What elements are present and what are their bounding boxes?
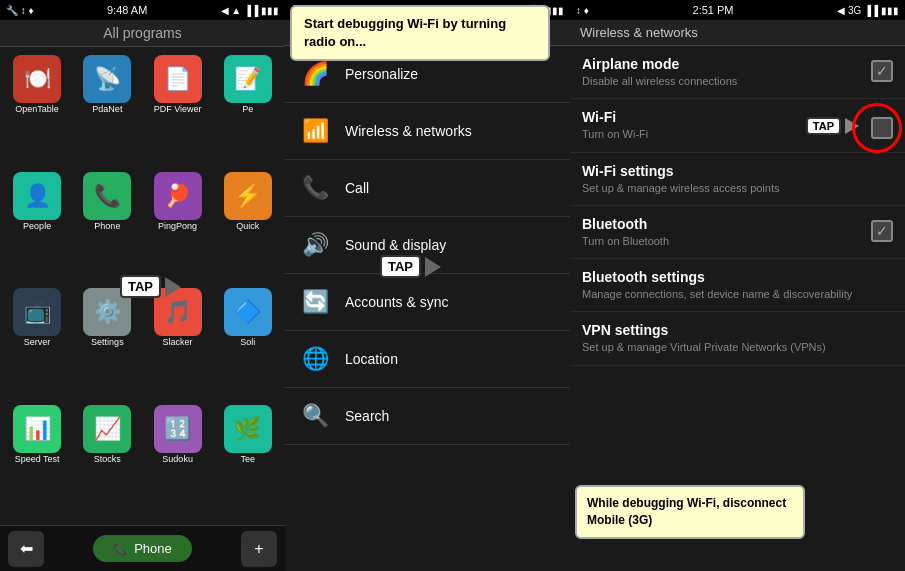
app-icon-people: 👤 bbox=[13, 172, 61, 220]
wireless-item-wifi[interactable]: Wi-Fi Turn on Wi-Fi TAP bbox=[570, 99, 905, 152]
status-icons-right-1: ◀ ▲ ▐▐ ▮▮▮ bbox=[221, 5, 279, 16]
app-soli[interactable]: 🔷 Soli bbox=[215, 288, 281, 401]
app-tee[interactable]: 🌿 Tee bbox=[215, 405, 281, 518]
app-label-phone: Phone bbox=[94, 222, 120, 232]
tap-arrow-1 bbox=[165, 277, 181, 297]
app-label-opentable: OpenTable bbox=[15, 105, 59, 115]
app-pingpong[interactable]: 🏓 PingPong bbox=[145, 172, 211, 285]
app-label-tee: Tee bbox=[241, 455, 256, 465]
app-phone[interactable]: 📞 Phone bbox=[74, 172, 140, 285]
wireless-item-vpn[interactable]: VPN settings Set up & manage Virtual Pri… bbox=[570, 312, 905, 365]
wireless-sub-vpn: Set up & manage Virtual Private Networks… bbox=[582, 340, 893, 354]
settings-label-accounts: Accounts & sync bbox=[345, 294, 449, 310]
wireless-text-bluetooth: Bluetooth Turn on Bluetooth bbox=[582, 216, 863, 248]
app-pe[interactable]: 📝 Pe bbox=[215, 55, 281, 168]
settings-label-search: Search bbox=[345, 408, 389, 424]
phone-icon: 📞 bbox=[113, 541, 129, 556]
settings-label-personalize: Personalize bbox=[345, 66, 418, 82]
wireless-title-bluetooth-settings: Bluetooth settings bbox=[582, 269, 893, 285]
wireless-sub-wifi-settings: Set up & manage wireless access points bbox=[582, 181, 893, 195]
settings-item-search[interactable]: 🔍 Search bbox=[285, 388, 570, 445]
wireless-text-vpn: VPN settings Set up & manage Virtual Pri… bbox=[582, 322, 893, 354]
add-button[interactable]: + bbox=[241, 531, 277, 567]
app-icon-pdanet: 📡 bbox=[83, 55, 131, 103]
wireless-sub-wifi: Turn on Wi-Fi bbox=[582, 127, 806, 141]
app-label-quick: Quick bbox=[236, 222, 259, 232]
app-speedtest[interactable]: 📊 Speed Test bbox=[4, 405, 70, 518]
app-stocks[interactable]: 📈 Stocks bbox=[74, 405, 140, 518]
all-programs-header: All programs bbox=[0, 20, 285, 47]
wireless-text-bluetooth-settings: Bluetooth settings Manage connections, s… bbox=[582, 269, 893, 301]
tap-arrow-2 bbox=[425, 257, 441, 277]
app-label-slacker: Slacker bbox=[163, 338, 193, 348]
bottom-bar-1: ⬅ 📞 Phone + bbox=[0, 525, 285, 571]
back-button[interactable]: ⬅ bbox=[8, 531, 44, 567]
settings-item-accounts[interactable]: 🔄 Accounts & sync bbox=[285, 274, 570, 331]
wireless-sub-bluetooth-settings: Manage connections, set device name & di… bbox=[582, 287, 893, 301]
settings-item-call[interactable]: 📞 Call bbox=[285, 160, 570, 217]
settings-icon-sound: 🔊 bbox=[297, 227, 333, 263]
wireless-sub-bluetooth: Turn on Bluetooth bbox=[582, 234, 863, 248]
app-icon-pingpong: 🏓 bbox=[154, 172, 202, 220]
app-pdf[interactable]: 📄 PDF Viewer bbox=[145, 55, 211, 168]
tap-annotation-wireless: TAP bbox=[380, 255, 441, 278]
wireless-item-bluetooth-settings[interactable]: Bluetooth settings Manage connections, s… bbox=[570, 259, 905, 312]
tap-label-wifi: TAP bbox=[806, 117, 841, 135]
app-icon-pdf: 📄 bbox=[154, 55, 202, 103]
app-icon-soli: 🔷 bbox=[224, 288, 272, 336]
panel-settings: 🔧 ↕ 2:5 ◀ ▲ ▐▐ ▮▮▮ Settings 🌈 Personaliz… bbox=[285, 0, 570, 571]
wireless-header: Wireless & networks bbox=[570, 20, 905, 46]
wireless-title-wifi-settings: Wi-Fi settings bbox=[582, 163, 893, 179]
app-label-pdf: PDF Viewer bbox=[154, 105, 202, 115]
wireless-text-wifi: Wi-Fi Turn on Wi-Fi bbox=[582, 109, 806, 141]
wireless-title-airplane: Airplane mode bbox=[582, 56, 863, 72]
status-icons-right-3: ◀ 3G ▐▐ ▮▮▮ bbox=[837, 5, 899, 16]
time-3: 2:51 PM bbox=[693, 4, 734, 16]
app-label-twonky: Server bbox=[24, 338, 51, 348]
app-slacker[interactable]: 🎵 Slacker bbox=[145, 288, 211, 401]
app-opentable[interactable]: 🍽️ OpenTable bbox=[4, 55, 70, 168]
wireless-item-bluetooth[interactable]: Bluetooth Turn on Bluetooth ✓ bbox=[570, 206, 905, 259]
app-twonky[interactable]: 📺 Server bbox=[4, 288, 70, 401]
app-icon-phone: 📞 bbox=[83, 172, 131, 220]
time-1: 9:48 AM bbox=[107, 4, 147, 16]
app-label-stocks: Stocks bbox=[94, 455, 121, 465]
status-icons-left-3: ↕ ♦ bbox=[576, 5, 589, 16]
checkbox-bluetooth[interactable]: ✓ bbox=[871, 220, 893, 242]
app-settings[interactable]: ⚙️ Settings bbox=[74, 288, 140, 401]
settings-icon-personalize: 🌈 bbox=[297, 56, 333, 92]
wireless-title-vpn: VPN settings bbox=[582, 322, 893, 338]
app-icon-stocks: 📈 bbox=[83, 405, 131, 453]
checkbox-airplane[interactable]: ✓ bbox=[871, 60, 893, 82]
app-label-pe: Pe bbox=[242, 105, 253, 115]
settings-label-call: Call bbox=[345, 180, 369, 196]
app-quick[interactable]: ⚡ Quick bbox=[215, 172, 281, 285]
status-bar-1: 🔧 ↕ ♦ 9:48 AM ◀ ▲ ▐▐ ▮▮▮ bbox=[0, 0, 285, 20]
settings-list: 🌈 Personalize 📶 Wireless & networks 📞 Ca… bbox=[285, 46, 570, 571]
settings-item-wireless[interactable]: 📶 Wireless & networks bbox=[285, 103, 570, 160]
wireless-item-wifi-settings[interactable]: Wi-Fi settings Set up & manage wireless … bbox=[570, 153, 905, 206]
settings-item-location[interactable]: 🌐 Location bbox=[285, 331, 570, 388]
settings-icon-accounts: 🔄 bbox=[297, 284, 333, 320]
wireless-item-airplane[interactable]: Airplane mode Disable all wireless conne… bbox=[570, 46, 905, 99]
app-label-soli: Soli bbox=[240, 338, 255, 348]
status-icons-left-1: 🔧 ↕ ♦ bbox=[6, 5, 34, 16]
settings-label-wireless: Wireless & networks bbox=[345, 123, 472, 139]
settings-icon-search: 🔍 bbox=[297, 398, 333, 434]
settings-icon-wireless: 📶 bbox=[297, 113, 333, 149]
app-people[interactable]: 👤 People bbox=[4, 172, 70, 285]
tap-annotation-settings: TAP bbox=[120, 275, 181, 298]
wireless-text-airplane: Airplane mode Disable all wireless conne… bbox=[582, 56, 863, 88]
phone-button[interactable]: 📞 Phone bbox=[93, 535, 192, 562]
app-sudoku[interactable]: 🔢 Sudoku bbox=[145, 405, 211, 518]
app-pdanet[interactable]: 📡 PdaNet bbox=[74, 55, 140, 168]
wireless-text-wifi-settings: Wi-Fi settings Set up & manage wireless … bbox=[582, 163, 893, 195]
app-label-settings: Settings bbox=[91, 338, 124, 348]
app-icon-tee: 🌿 bbox=[224, 405, 272, 453]
app-label-pdanet: PdaNet bbox=[92, 105, 122, 115]
wireless-title-bluetooth: Bluetooth bbox=[582, 216, 863, 232]
wireless-title-wifi: Wi-Fi bbox=[582, 109, 806, 125]
callout-debug-wifi: Start debugging Wi-Fi by turning radio o… bbox=[290, 5, 550, 61]
app-label-speedtest: Speed Test bbox=[15, 455, 60, 465]
app-label-people: People bbox=[23, 222, 51, 232]
